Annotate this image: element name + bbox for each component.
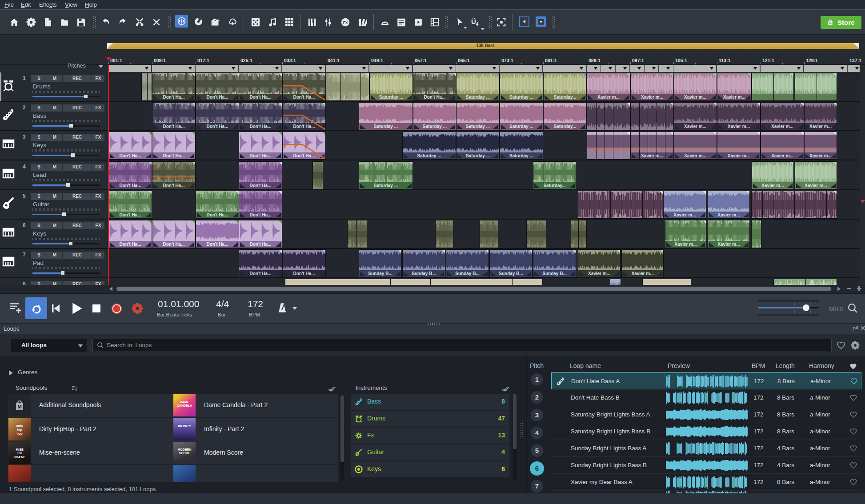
svg-text:M: M bbox=[17, 404, 21, 409]
svg-text:M: M bbox=[829, 22, 832, 24]
svg-text:FX: FX bbox=[343, 21, 348, 25]
